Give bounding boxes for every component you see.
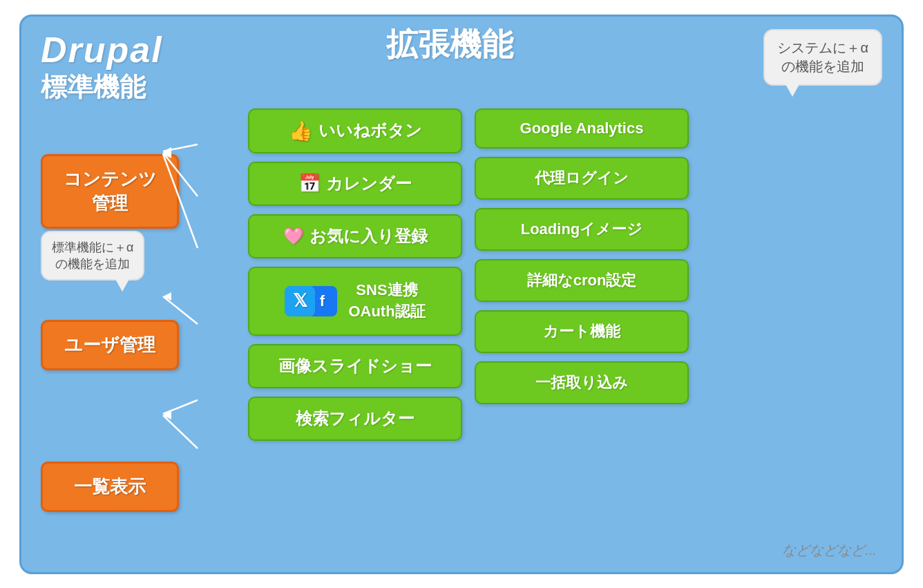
right-column: Google Analytics 代理ログイン Loadingイメージ 詳細なc…: [475, 108, 689, 558]
heart-icon: 🩷: [283, 227, 304, 246]
twitter-icon: 𝕏: [285, 286, 315, 316]
middle-column: 👍 いいねボタン 📅 カレンダー 🩷 お気に入り登録 𝕏 f SNS連携OAut…: [248, 108, 462, 558]
extension-title: 拡張機能: [386, 23, 513, 66]
speech-bubble-standard: 標準機能に＋α の機能を追加: [41, 231, 144, 281]
etc-label: などなどなど...: [782, 541, 877, 560]
bubble-left-line2: の機能を追加: [55, 257, 130, 271]
bubble-right-line1: システムに＋α: [777, 40, 868, 55]
left-column: コンテンツ管理 ユーザ管理 一覧表示: [41, 108, 193, 558]
standard-feature-content: コンテンツ管理: [41, 154, 179, 229]
ext-sns: 𝕏 f SNS連携OAuth認証: [248, 267, 462, 336]
content-area: コンテンツ管理 ユーザ管理 一覧表示 👍 いいねボタン 📅 カレンダー 🩷 お気…: [41, 108, 882, 558]
ext-bulk-import: 一括取り込み: [475, 361, 689, 404]
standard-feature-list: 一覧表示: [41, 462, 179, 512]
standard-title: 標準機能: [41, 70, 207, 105]
header-titles: Drupal 標準機能 拡張機能: [41, 30, 882, 105]
title-block: Drupal 標準機能: [41, 30, 207, 105]
sns-label: SNS連携OAuth認証: [348, 280, 425, 323]
ext-search-filter: 検索フィルター: [248, 397, 462, 441]
ext-like-button: 👍 いいねボタン: [248, 108, 462, 153]
sns-icons: 𝕏 f: [285, 286, 337, 316]
bubble-right-line2: の機能を追加: [781, 59, 864, 74]
standard-feature-user: ユーザ管理: [41, 320, 179, 370]
drupal-title: Drupal: [41, 30, 207, 70]
ext-google-analytics: Google Analytics: [475, 108, 689, 149]
bubble-left-line1: 標準機能に＋α: [52, 240, 133, 254]
ext-proxy-login: 代理ログイン: [475, 157, 689, 200]
speech-bubble-system: システムに＋α の機能を追加: [763, 29, 882, 86]
ext-calendar: 📅 カレンダー: [248, 162, 462, 206]
thumb-icon: 👍: [289, 120, 313, 142]
ext-favorites: 🩷 お気に入り登録: [248, 214, 462, 258]
main-container: Drupal 標準機能 拡張機能 システムに＋α の機能を追加 標準機能に＋α …: [19, 15, 904, 574]
ext-loading-image: Loadingイメージ: [475, 208, 689, 251]
ext-cron: 詳細なcron設定: [475, 259, 689, 302]
ext-cart: カート機能: [475, 310, 689, 353]
ext-slideshow: 画像スライドショー: [248, 344, 462, 388]
calendar-icon: 📅: [298, 173, 321, 194]
